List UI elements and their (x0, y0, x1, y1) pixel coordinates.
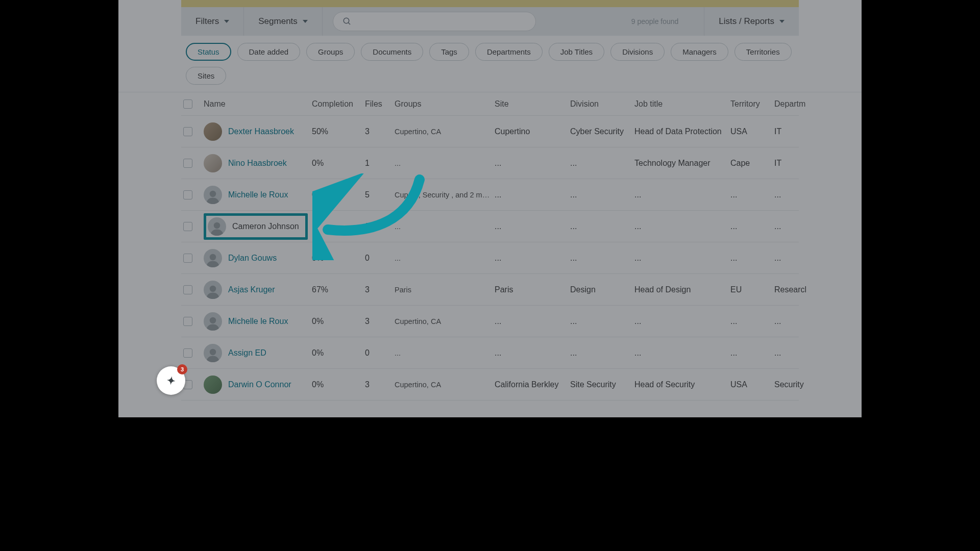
col-territory[interactable]: Territory (728, 97, 772, 111)
svg-point-7 (210, 348, 216, 355)
row-checkbox[interactable] (183, 285, 192, 294)
chip-date-added[interactable]: Date added (237, 43, 301, 61)
help-fab[interactable]: ✦ 3 (157, 366, 185, 395)
svg-point-6 (210, 317, 216, 323)
avatar (204, 344, 222, 362)
site-value: ... (493, 252, 568, 265)
files-value: 3 (363, 378, 393, 391)
results-count: 9 people found (631, 17, 694, 26)
chip-divisions[interactable]: Divisions (610, 43, 665, 61)
svg-point-3 (214, 222, 220, 229)
col-name[interactable]: Name (202, 97, 310, 111)
col-department[interactable]: Departm (772, 97, 818, 111)
person-name-cell[interactable]: Dexter Haasbroek (204, 122, 308, 141)
table-row[interactable]: Asjas Kruger67%3ParisParisDesignHead of … (181, 274, 799, 306)
person-name-cell[interactable]: Cameron Johnson (204, 213, 308, 240)
chip-groups[interactable]: Groups (306, 43, 355, 61)
row-checkbox[interactable] (183, 190, 192, 199)
person-name-cell[interactable]: Nino Haasbroek (204, 154, 308, 172)
row-checkbox[interactable] (183, 348, 192, 358)
segments-button[interactable]: Segments (244, 7, 323, 36)
col-groups[interactable]: Groups (393, 97, 493, 111)
job-value: ... (632, 346, 728, 360)
table-row[interactable]: Michelle le Roux0%3Cupertino, CA........… (181, 306, 799, 337)
select-all-checkbox[interactable] (183, 99, 192, 109)
department-value: Security (772, 378, 818, 391)
chevron-down-icon (303, 20, 308, 23)
job-value: Head of Data Protection (632, 125, 728, 138)
groups-value: Cupertino, CA (393, 315, 493, 328)
person-name-cell[interactable]: Michelle le Roux (204, 312, 308, 331)
row-checkbox[interactable] (183, 222, 192, 231)
files-value: 3 (363, 315, 393, 328)
groups-value: ... (393, 252, 493, 264)
job-value: ... (632, 188, 728, 202)
filters-label: Filters (195, 16, 219, 27)
division-value: Design (568, 283, 632, 296)
completion-value: 0% (310, 188, 363, 202)
person-name-cell[interactable]: Dylan Gouws (204, 249, 308, 267)
search-input[interactable] (333, 12, 536, 31)
files-value: 0 (363, 252, 393, 265)
division-value: ... (568, 346, 632, 360)
division-value: ... (568, 220, 632, 233)
department-value: Researcl (772, 283, 818, 296)
lists-label: Lists / Reports (719, 16, 774, 27)
files-value: 3 (363, 283, 393, 296)
avatar (208, 217, 226, 236)
chip-departments[interactable]: Departments (475, 43, 543, 61)
chip-sites[interactable]: Sites (186, 67, 226, 85)
chip-territories[interactable]: Territories (734, 43, 792, 61)
row-checkbox[interactable] (183, 317, 192, 326)
territory-value: ... (728, 252, 772, 265)
groups-value: Paris (393, 284, 493, 296)
department-value: ... (772, 220, 818, 233)
table-row[interactable]: Nino Haasbroek0%1.........Technology Man… (181, 147, 799, 179)
row-checkbox[interactable] (183, 127, 192, 136)
territory-value: EU (728, 283, 772, 296)
notification-badge: 3 (177, 364, 187, 374)
chip-documents[interactable]: Documents (361, 43, 423, 61)
filters-button[interactable]: Filters (181, 7, 244, 36)
segments-label: Segments (258, 16, 298, 27)
chip-managers[interactable]: Managers (671, 43, 728, 61)
territory-value: Cape (728, 157, 772, 170)
table-row[interactable]: Darwin O Connor0%3Cupertino, CACaliforni… (181, 369, 799, 400)
row-checkbox[interactable] (183, 254, 192, 263)
department-value: ... (772, 315, 818, 328)
person-name-cell[interactable]: Asjas Kruger (204, 281, 308, 299)
chip-job-titles[interactable]: Job Titles (549, 43, 604, 61)
site-value: ... (493, 188, 568, 202)
table-row[interactable]: Dexter Haasbroek50%3Cupertino, CACuperti… (181, 116, 799, 147)
table-row[interactable]: Dylan Gouws0%0.................. (181, 242, 799, 274)
person-name: Dylan Gouws (228, 254, 277, 263)
completion-value: 0% (310, 157, 363, 170)
person-name: Nino Haasbroek (228, 159, 287, 168)
lists-reports-button[interactable]: Lists / Reports (704, 7, 799, 36)
chip-status[interactable]: Status (186, 43, 231, 61)
col-job[interactable]: Job title (632, 97, 728, 111)
department-value: IT (772, 157, 818, 170)
person-name-cell[interactable]: Michelle le Roux (204, 186, 308, 204)
completion-value: 0% (310, 252, 363, 265)
chip-tags[interactable]: Tags (429, 43, 469, 61)
row-checkbox[interactable] (183, 159, 192, 168)
chevron-down-icon (779, 20, 785, 23)
person-name-cell[interactable]: Darwin O Connor (204, 375, 308, 394)
person-name: Asjas Kruger (228, 285, 275, 294)
groups-value: ... (393, 220, 493, 233)
table-row[interactable]: Assign ED0%0.................. (181, 337, 799, 369)
svg-line-1 (348, 22, 350, 24)
territory-value: USA (728, 125, 772, 138)
division-value: ... (568, 157, 632, 170)
person-name-cell[interactable]: Assign ED (204, 344, 308, 362)
col-completion[interactable]: Completion (310, 97, 363, 111)
table-row[interactable]: Cameron Johnson0.................. (181, 211, 799, 242)
col-files[interactable]: Files (363, 97, 393, 111)
col-division[interactable]: Division (568, 97, 632, 111)
avatar (204, 375, 222, 394)
job-value: Technology Manager (632, 157, 728, 170)
table-row[interactable]: Michelle le Roux0%5Cupe..., Security , a… (181, 179, 799, 211)
svg-point-0 (344, 18, 349, 23)
col-site[interactable]: Site (493, 97, 568, 111)
